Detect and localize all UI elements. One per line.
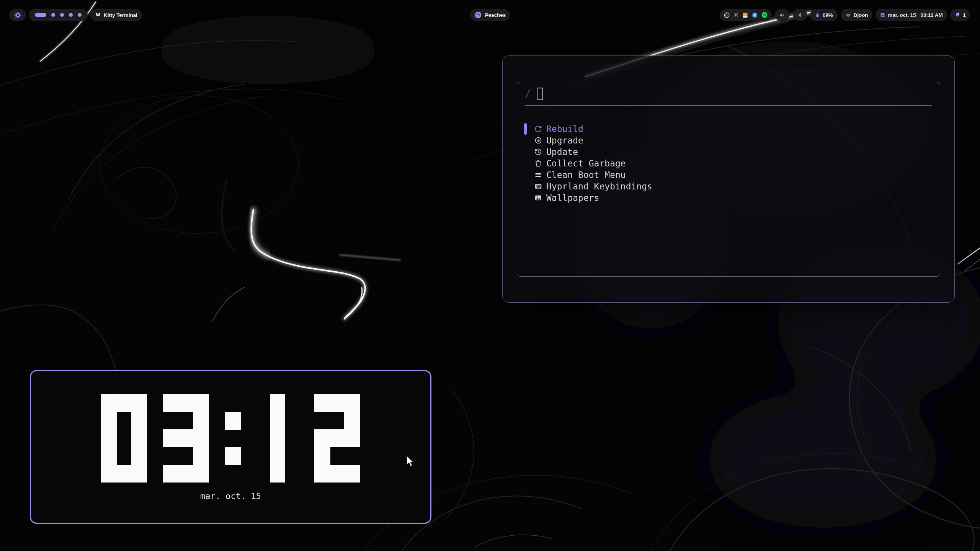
bar-left-cluster: Kitty Terminal: [9, 9, 142, 21]
cat-icon: [95, 12, 101, 18]
clock-time: [101, 394, 360, 483]
workspace-dot[interactable]: [78, 13, 82, 17]
window-title: Kitty Terminal: [104, 12, 137, 18]
datetime-pill[interactable]: mar. oct. 15 03:12 AM: [875, 9, 947, 21]
menu-item-rebuild[interactable]: Rebuild: [517, 123, 940, 135]
workspace-dot[interactable]: [60, 13, 64, 17]
bar-right-cluster: K 69% Djoon mar. oct. 15 03:12 AM: [720, 9, 970, 21]
media-title: Peaches: [485, 12, 506, 18]
bluetooth-icon: [797, 12, 803, 18]
upgrade-icon: [534, 137, 542, 144]
menu-item-label: Wallpapers: [546, 193, 599, 203]
volume-pill[interactable]: [775, 9, 790, 21]
refresh-icon: [534, 125, 542, 133]
clock-date: mar. oct. 15: [200, 491, 261, 501]
launcher-button[interactable]: [9, 9, 26, 21]
workspaces-pill[interactable]: [29, 9, 88, 21]
bar-time: 03:12 AM: [921, 12, 943, 18]
launcher-panel: / Rebuild Upgrade Update Collect Garbage…: [502, 55, 955, 303]
menu-item-collect-garbage[interactable]: Collect Garbage: [517, 158, 940, 169]
selection-indicator: [524, 123, 527, 135]
search-input[interactable]: /: [517, 82, 940, 105]
media-pill[interactable]: Peaches: [470, 9, 510, 21]
trash-icon: [534, 160, 542, 167]
menu-item-label: Update: [546, 147, 578, 157]
battery-pill[interactable]: 69%: [810, 9, 838, 21]
keyboard-icon: [534, 183, 542, 190]
battery-percent: 69%: [823, 12, 833, 18]
bluetooth-badge-icon[interactable]: [751, 12, 758, 18]
disc-icon[interactable]: [724, 12, 730, 18]
clock-digit-1: [270, 394, 285, 483]
menu-item-upgrade[interactable]: Upgrade: [517, 135, 940, 146]
menu-icon: [534, 171, 542, 179]
image-icon: [534, 194, 542, 202]
text-cursor: [537, 88, 543, 100]
clock-colon: [225, 394, 241, 483]
menu-item-clean-boot-menu[interactable]: Clean Boot Menu: [517, 169, 940, 181]
mouse-cursor-icon: [405, 455, 415, 467]
search-prompt: /: [525, 88, 531, 99]
menu-list: Rebuild Upgrade Update Collect Garbage C…: [517, 123, 940, 204]
launcher-inner-box: / Rebuild Upgrade Update Collect Garbage…: [517, 82, 940, 277]
wifi-icon: [845, 12, 851, 18]
search-separator: [525, 105, 932, 106]
menu-item-label: Clean Boot Menu: [546, 170, 626, 180]
calendar-icon: [880, 12, 885, 18]
menu-item-label: Rebuild: [546, 124, 583, 134]
menu-item-update[interactable]: Update: [517, 146, 940, 158]
clock-digit-2: [314, 394, 360, 483]
bluetooth-pill[interactable]: [793, 9, 807, 21]
spotify-badge-icon[interactable]: [761, 11, 768, 18]
workspace-active[interactable]: [35, 13, 46, 17]
network-pill[interactable]: Djoon: [841, 9, 872, 21]
notebook-icon[interactable]: [742, 12, 748, 18]
gear-flake-icon: [14, 11, 22, 19]
bar-date: mar. oct. 15: [888, 12, 916, 18]
clock-digit-3: [163, 394, 209, 483]
menu-item-label: Hyprland Keybindings: [546, 181, 652, 191]
system-tray-pill: K: [720, 9, 772, 21]
clock-widget: mar. oct. 15: [30, 370, 431, 524]
spotify-icon: [474, 11, 482, 19]
k-app-icon[interactable]: K: [733, 12, 739, 18]
top-status-bar: Kitty Terminal Peaches K 69%: [0, 9, 980, 21]
notification-count: 1: [963, 12, 966, 18]
window-title-pill[interactable]: Kitty Terminal: [90, 9, 142, 21]
notifications-pill[interactable]: 1: [950, 9, 970, 21]
menu-item-label: Collect Garbage: [546, 158, 626, 168]
battery-icon: [815, 12, 820, 18]
bar-center-cluster: Peaches: [470, 9, 510, 21]
update-icon: [534, 148, 542, 156]
speaker-icon: [779, 12, 786, 18]
clock-digit-0: [101, 394, 147, 483]
bell-icon: [954, 12, 960, 18]
workspace-dot[interactable]: [69, 13, 73, 17]
network-ssid: Djoon: [854, 12, 868, 18]
workspace-dot[interactable]: [51, 13, 55, 17]
menu-item-label: Upgrade: [546, 135, 583, 145]
menu-item-hyprland-keybindings[interactable]: Hyprland Keybindings: [517, 181, 940, 192]
menu-item-wallpapers[interactable]: Wallpapers: [517, 192, 940, 204]
svg-text:K: K: [735, 14, 737, 16]
